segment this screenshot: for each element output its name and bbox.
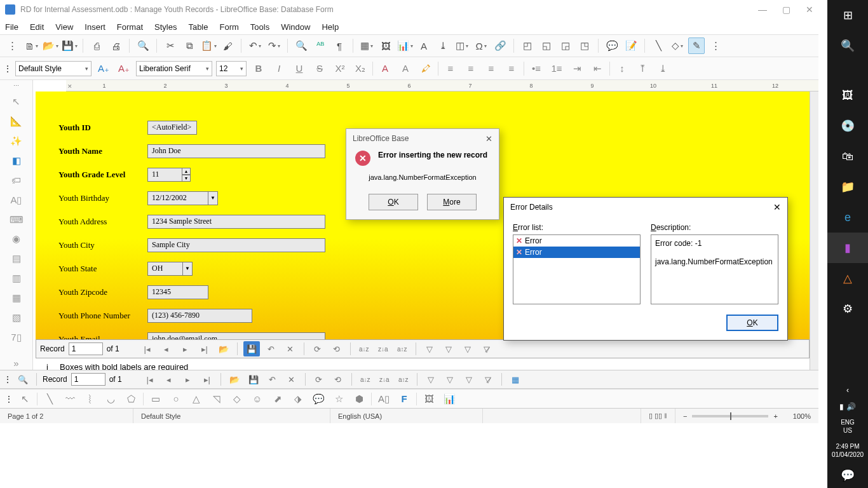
clone-format-button[interactable]: 🖌 xyxy=(219,37,236,54)
menu-window[interactable]: Window xyxy=(281,22,310,32)
clock[interactable]: 2:49 PM01/04/2020 xyxy=(832,438,864,463)
bold-button[interactable]: B xyxy=(250,60,267,77)
number-list-button[interactable]: 1≡ xyxy=(548,60,565,77)
curve-poly-icon[interactable]: ◡ xyxy=(102,391,119,407)
refresh-button[interactable]: ⟳ xyxy=(310,342,325,356)
field-button[interactable]: ◫ xyxy=(454,37,470,54)
remove-filter-button[interactable]: ▽̷ xyxy=(480,372,496,386)
paragraph-style-combo[interactable]: Default Style▾ xyxy=(15,61,92,76)
spinner-up[interactable]: ▲ xyxy=(182,168,191,175)
autofilter-button[interactable]: ▽ xyxy=(423,372,438,386)
refresh-control-button[interactable]: ⟲ xyxy=(330,372,346,386)
numeric-icon[interactable]: ▦ xyxy=(8,292,25,305)
select-icon[interactable]: ↖ xyxy=(17,391,33,407)
store-app-icon[interactable]: 🛍 xyxy=(827,141,868,172)
dropdown-arrow[interactable]: ▼ xyxy=(182,262,193,276)
wizard-icon[interactable]: ✨ xyxy=(8,135,25,148)
error-list-item[interactable]: ✕Error xyxy=(513,247,640,258)
refresh-control-button[interactable]: ⟲ xyxy=(329,342,344,356)
menu-edit[interactable]: Edit xyxy=(30,22,44,32)
horizontal-ruler[interactable]: ✕ 123456789101112 xyxy=(66,80,818,92)
delete-record-button[interactable]: ✕ xyxy=(284,372,299,386)
sort-desc-button[interactable]: z↓a xyxy=(377,372,392,386)
listbox-icon[interactable]: ▤ xyxy=(8,252,25,266)
new-record-button[interactable]: 📂 xyxy=(227,372,242,386)
comment-button[interactable]: 💬 xyxy=(604,37,620,54)
menu-insert[interactable]: Insert xyxy=(85,22,105,32)
draw-functions-button[interactable]: ✎ xyxy=(688,37,705,54)
zoom-value[interactable]: 100% xyxy=(785,409,818,423)
bookmark-button[interactable]: ◲ xyxy=(557,37,574,54)
textbox-icon[interactable]: A▯ xyxy=(8,193,25,207)
prev-record-button[interactable]: ◂ xyxy=(161,372,177,386)
form-design-icon[interactable]: ◧ xyxy=(8,154,25,168)
next-record-button[interactable]: ▸ xyxy=(178,342,193,356)
disc-app-icon[interactable]: 💿 xyxy=(827,111,868,141)
view-layout[interactable]: ▯ ▯▯ ⫴ xyxy=(641,409,675,423)
label-icon[interactable]: 🏷 xyxy=(8,173,25,187)
sort-desc-button[interactable]: z↓a xyxy=(376,342,391,356)
close-button[interactable]: ✕ xyxy=(806,4,813,15)
maximize-button[interactable]: ▢ xyxy=(782,4,790,15)
page-break-button[interactable]: ⤓ xyxy=(435,37,451,54)
find-record-button[interactable]: 🔍 xyxy=(15,372,31,386)
group-icon[interactable]: ▧ xyxy=(8,311,25,324)
update-style-button[interactable]: A₊ xyxy=(95,60,112,77)
copy-button[interactable]: ⧉ xyxy=(181,37,198,54)
char-bg-button[interactable]: 🖍 xyxy=(417,60,434,77)
lang-status[interactable]: English (USA) xyxy=(330,409,483,423)
first-record-button[interactable]: |◂ xyxy=(142,372,158,386)
field-input[interactable]: OH xyxy=(147,262,183,276)
print-button[interactable]: 🖨 xyxy=(107,37,124,54)
menu-view[interactable]: View xyxy=(55,22,73,32)
error-list-item[interactable]: ✕Error xyxy=(513,235,640,247)
action-center-icon[interactable]: 💬 xyxy=(827,463,868,488)
spinner-down[interactable]: ▼ xyxy=(182,175,191,182)
align-justify-button[interactable]: ≡ xyxy=(503,60,520,77)
endnote-button[interactable]: ◱ xyxy=(538,37,555,54)
field-input[interactable]: 1234 Sample Street xyxy=(147,215,325,229)
start-button[interactable]: ⊞ xyxy=(827,0,868,30)
export-pdf-button[interactable]: ⎙ xyxy=(88,37,105,54)
field-input[interactable]: (123) 456-7890 xyxy=(147,309,252,323)
dropdown-arrow[interactable]: ▼ xyxy=(208,191,218,205)
field-input[interactable]: John Doe xyxy=(147,144,325,158)
para-space-dec-button[interactable]: ⤓ xyxy=(654,60,671,77)
network-volume-icons[interactable]: ▮ 🔊 xyxy=(827,399,868,414)
chevron-icon[interactable]: » xyxy=(8,356,25,370)
form-filter-button[interactable]: ▽ xyxy=(461,372,477,386)
align-center-button[interactable]: ≡ xyxy=(463,60,479,77)
open-button[interactable]: 📂 xyxy=(42,37,58,54)
page-status[interactable]: Page 1 of 2 xyxy=(0,409,133,423)
flowchart-icon[interactable]: ⬗ xyxy=(290,391,306,407)
bullet-list-button[interactable]: •≡ xyxy=(528,60,545,77)
menu-styles[interactable]: Styles xyxy=(154,22,177,32)
save-record-button[interactable]: 💾 xyxy=(243,341,260,356)
show-hidden-icons[interactable]: ‹ xyxy=(827,381,868,399)
underline-button[interactable]: U xyxy=(291,60,308,77)
design-mode-icon[interactable]: 📐 xyxy=(8,115,25,128)
error-listbox[interactable]: ✕Error ✕Error xyxy=(513,234,641,304)
select-tool-icon[interactable]: ↖ xyxy=(8,95,25,109)
checkbox-icon[interactable]: ◉ xyxy=(8,233,25,246)
form-filter-button[interactable]: ▽ xyxy=(460,342,475,356)
menu-help[interactable]: Help xyxy=(322,22,339,32)
undo-record-button[interactable]: ↶ xyxy=(264,342,279,356)
increase-indent-button[interactable]: ⇥ xyxy=(569,60,585,77)
freeform-icon[interactable]: ⦚ xyxy=(82,391,98,407)
insert-mode[interactable] xyxy=(483,409,641,423)
align-right-button[interactable]: ≡ xyxy=(483,60,499,77)
formatting-marks-button[interactable]: ¶ xyxy=(331,37,348,54)
menu-format[interactable]: Format xyxy=(117,22,143,32)
textbox-button[interactable]: A xyxy=(416,37,432,54)
highlight-button[interactable]: A xyxy=(397,60,414,77)
field-input[interactable]: 12345 xyxy=(147,285,208,299)
menu-table[interactable]: Table xyxy=(188,22,208,32)
ellipse-icon[interactable]: ○ xyxy=(168,391,184,407)
dialog-close-button[interactable]: ✕ xyxy=(485,134,492,144)
chart-draw-icon[interactable]: 📊 xyxy=(441,391,458,407)
subscript-button[interactable]: X₂ xyxy=(352,60,369,77)
apply-filter-button[interactable]: ▽ xyxy=(442,372,458,386)
edge-app-icon[interactable]: e xyxy=(827,202,868,233)
basic-shapes-icon[interactable]: ◇ xyxy=(229,391,245,407)
